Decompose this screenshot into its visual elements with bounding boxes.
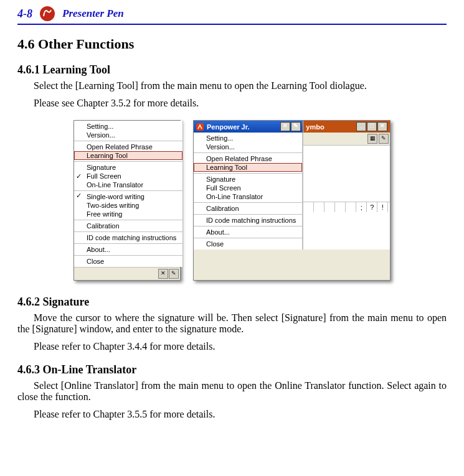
close-icon[interactable]: ✕ [280, 122, 290, 131]
symbol-grid-row: ;?! [303, 202, 390, 212]
right-pane: ymbo _ □ ✕ ▦ ✎ ;?! [303, 121, 390, 250]
menu-item-label: On-Line Translator [87, 181, 143, 189]
menu-item[interactable]: On-Line Translator [194, 192, 302, 201]
page-number: 4-8 [17, 7, 32, 21]
body-text: Move the cursor to where the signature w… [17, 312, 447, 335]
header-title: Presenter Pen [62, 7, 124, 20]
menu-item[interactable]: Learning Tool [74, 151, 182, 160]
menu-item[interactable]: Signature [194, 173, 302, 184]
palette-titlebar: ymbo _ □ ✕ [303, 121, 390, 133]
symbol-cell[interactable] [324, 202, 335, 212]
menu-item[interactable]: ✓Full Screen [74, 172, 182, 180]
menu-item-label: About... [87, 246, 110, 253]
menu-item-label: On-Line Translator [206, 193, 263, 200]
menu-item-label: ID code matching instructions [206, 217, 296, 224]
body-text: Please see Chapter 3.5.2 for more detail… [17, 98, 447, 109]
menu-item-label: About... [206, 228, 230, 236]
symbol-cell[interactable] [314, 202, 324, 212]
close-icon[interactable]: ✕ [158, 269, 168, 279]
menu-item[interactable]: On-Line Translator [74, 180, 182, 189]
window-title: Penpower Jr. [207, 123, 249, 131]
menu-item-label: Open Related Phrase [87, 143, 153, 151]
app-icon [196, 123, 204, 131]
svg-point-0 [40, 6, 55, 21]
menu-item-label: Signature [206, 175, 235, 183]
menu-item[interactable]: Calibration [194, 202, 302, 213]
menu-item[interactable]: Learning Tool [194, 163, 302, 172]
menu-item[interactable]: Close [74, 255, 182, 266]
menu-item-label: Version... [87, 131, 115, 139]
menu-item[interactable]: Free writing [74, 210, 182, 218]
menu-item-label: Open Related Phrase [206, 155, 272, 162]
section-heading: 4.6 Other Functions [17, 36, 447, 52]
menu-item[interactable]: Full Screen [194, 184, 302, 192]
menu-item[interactable]: Open Related Phrase [74, 141, 182, 151]
menu-item[interactable]: Setting... [194, 134, 302, 142]
menu-item[interactable]: Version... [74, 131, 182, 139]
body-text: Please refer to Chapter 3.5.5 for more d… [17, 409, 447, 420]
tool-icon[interactable]: ✎ [379, 134, 389, 144]
menu-item-label: Two-sides writing [87, 202, 139, 209]
menu-item[interactable]: Calibration [74, 220, 182, 230]
menu-item[interactable]: Version... [194, 142, 302, 151]
minimize-icon[interactable]: _ [356, 122, 366, 131]
menu-item-label: Setting... [206, 134, 233, 142]
palette-title: ymbo [306, 123, 324, 131]
symbol-cell[interactable]: ? [367, 202, 377, 212]
app-window: Penpower Jr. ✕ ✎ Setting...Version...Ope… [193, 120, 391, 281]
close-icon[interactable]: ✕ [377, 122, 387, 131]
symbol-cell[interactable]: ! [377, 202, 388, 212]
menu-item[interactable]: ✓Single-word writing [74, 190, 182, 201]
menu-item-label: Calibration [206, 205, 239, 212]
menu-item-label: Full Screen [206, 184, 241, 192]
symbol-cell[interactable] [335, 202, 346, 212]
menu-item[interactable]: ID code matching instructions [194, 214, 302, 225]
symbol-cell[interactable]: ; [356, 202, 367, 212]
app-menu-list: Setting...Version...Open Related PhraseL… [194, 133, 303, 250]
menu-item-label: ID code matching instructions [87, 234, 176, 241]
body-text: Please refer to Chapter 3.4.4 for more d… [17, 341, 447, 352]
checkmark-icon: ✓ [76, 172, 82, 180]
menu-item-label: Single-word writing [87, 193, 144, 200]
menu-item-label: Calibration [87, 222, 120, 230]
logo-icon [39, 5, 56, 22]
mini-toolbar: ✕ ✎ [74, 267, 180, 280]
menu-item[interactable]: About... [194, 226, 302, 236]
tool-icon[interactable]: ▦ [367, 134, 377, 144]
menu-item-label: Learning Tool [206, 164, 247, 171]
menu-item[interactable]: Open Related Phrase [194, 152, 302, 163]
menu-item[interactable]: Close [194, 238, 302, 248]
menu-item[interactable]: About... [74, 243, 182, 254]
subheading-online-translator: 4.6.3 On-Line Translator [17, 363, 447, 376]
subheading-learning-tool: 4.6.1 Learning Tool [17, 63, 447, 77]
menu-item-label: Version... [206, 143, 235, 151]
context-menu-list: Setting...Version...Open Related PhraseL… [74, 121, 183, 267]
menu-item-label: Signature [87, 164, 116, 171]
context-menu-window: Setting...Version...Open Related PhraseL… [73, 120, 181, 281]
figure-row: Setting...Version...Open Related PhraseL… [17, 120, 447, 281]
tool-icon[interactable]: ✎ [169, 269, 179, 279]
menu-item[interactable]: Signature [74, 161, 182, 172]
tool-icon[interactable]: ✎ [291, 122, 301, 131]
maximize-icon[interactable]: □ [367, 122, 377, 131]
menu-item[interactable]: Setting... [74, 122, 182, 131]
subheading-signature: 4.6.2 Signature [17, 296, 447, 309]
body-text: Select [Online Translator] from the main… [17, 380, 447, 403]
checkmark-icon: ✓ [76, 192, 82, 200]
symbol-cell[interactable] [346, 202, 356, 212]
page-header: 4-8 Presenter Pen [17, 0, 447, 25]
menu-item-label: Close [206, 240, 224, 248]
titlebar: Penpower Jr. ✕ ✎ [194, 121, 303, 133]
menu-item-label: Close [87, 258, 104, 265]
symbol-cell[interactable] [303, 202, 314, 212]
menu-item-label: Learning Tool [87, 152, 128, 159]
menu-item-label: Full Screen [87, 172, 121, 180]
menu-item-label: Setting... [87, 123, 113, 130]
menu-item[interactable]: Two-sides writing [74, 201, 182, 210]
body-text: Select the [Learning Tool] from the main… [17, 80, 447, 91]
menu-item-label: Free writing [87, 210, 122, 218]
menu-item[interactable]: ID code matching instructions [74, 231, 182, 242]
